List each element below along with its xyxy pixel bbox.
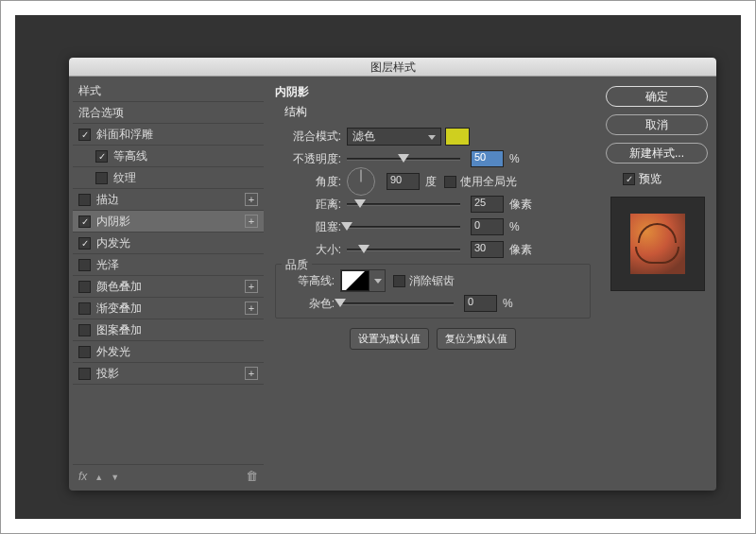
preview-box xyxy=(610,197,705,291)
effect-checkbox[interactable] xyxy=(78,368,91,380)
distance-slider[interactable] xyxy=(347,203,460,206)
choke-row: 阻塞: 0 % xyxy=(284,216,591,237)
add-effect-icon[interactable]: + xyxy=(245,301,258,315)
page-frame: 图层样式 样式 混合选项 斜面和浮雕等高线纹理描边+内阴影+内发光光泽颜色叠加+… xyxy=(0,0,756,534)
dialog-title: 图层样式 xyxy=(69,58,716,77)
effect-label: 外发光 xyxy=(96,344,258,360)
effect-label: 渐变叠加 xyxy=(96,301,241,317)
effect-item-0[interactable]: 斜面和浮雕 xyxy=(73,124,264,146)
opacity-input[interactable]: 50 xyxy=(471,150,504,167)
quality-group: 品质 等高线: 消除锯齿 杂色: 0 % xyxy=(275,264,591,319)
sidebar-header-styles[interactable]: 样式 xyxy=(73,80,264,102)
size-input[interactable]: 30 xyxy=(471,241,504,258)
distance-label: 距离: xyxy=(284,197,341,213)
chevron-down-icon xyxy=(371,270,385,291)
move-up-icon[interactable] xyxy=(94,470,103,483)
effect-label: 斜面和浮雕 xyxy=(96,127,258,143)
defaults-row: 设置为默认值 复位为默认值 xyxy=(275,328,591,350)
distance-row: 距离: 25 像素 xyxy=(284,194,591,215)
noise-slider[interactable] xyxy=(340,302,454,305)
move-down-icon[interactable] xyxy=(111,470,119,483)
effect-label: 描边 xyxy=(96,192,241,208)
effect-item-2[interactable]: 纹理 xyxy=(73,167,264,189)
shadow-color-swatch[interactable] xyxy=(445,128,470,146)
reset-default-button[interactable]: 复位为默认值 xyxy=(437,328,516,350)
quality-title: 品质 xyxy=(282,257,312,273)
effect-label: 图案叠加 xyxy=(96,322,258,338)
styles-list: 样式 混合选项 斜面和浮雕等高线纹理描边+内阴影+内发光光泽颜色叠加+渐变叠加+… xyxy=(73,80,264,464)
add-effect-icon[interactable]: + xyxy=(245,280,258,293)
structure-title: 结构 xyxy=(284,102,591,126)
cancel-button[interactable]: 取消 xyxy=(606,114,708,135)
choke-slider[interactable] xyxy=(347,226,460,229)
effect-checkbox[interactable] xyxy=(78,346,91,358)
set-default-button[interactable]: 设置为默认值 xyxy=(350,328,429,350)
add-effect-icon[interactable]: + xyxy=(245,367,258,380)
preview-checkbox[interactable] xyxy=(623,173,635,185)
noise-input[interactable]: 0 xyxy=(464,295,497,312)
preview-thumbnail xyxy=(630,214,685,274)
effect-item-9[interactable]: 图案叠加 xyxy=(73,319,264,341)
angle-label: 角度: xyxy=(284,174,341,190)
styles-sidebar: 样式 混合选项 斜面和浮雕等高线纹理描边+内阴影+内发光光泽颜色叠加+渐变叠加+… xyxy=(69,77,267,491)
effect-checkbox[interactable] xyxy=(78,194,91,206)
effect-item-6[interactable]: 光泽 xyxy=(73,254,264,276)
effect-label: 颜色叠加 xyxy=(96,279,241,295)
angle-dial[interactable] xyxy=(347,167,375,196)
trash-icon[interactable] xyxy=(246,469,258,483)
effect-checkbox[interactable] xyxy=(95,150,108,163)
size-row: 大小: 30 像素 xyxy=(284,239,591,260)
effect-item-8[interactable]: 渐变叠加+ xyxy=(73,298,264,319)
angle-input[interactable]: 90 xyxy=(387,173,420,190)
contour-picker[interactable] xyxy=(340,269,386,292)
blend-mode-label: 混合模式: xyxy=(284,129,341,145)
effect-label: 等高线 xyxy=(113,148,258,164)
contour-row: 等高线: 消除锯齿 xyxy=(278,270,588,291)
effect-label: 纹理 xyxy=(113,170,258,186)
choke-input[interactable]: 0 xyxy=(471,218,504,235)
effect-checkbox[interactable] xyxy=(78,215,91,228)
contour-label: 等高线: xyxy=(278,273,335,289)
effect-item-7[interactable]: 颜色叠加+ xyxy=(73,276,264,298)
effect-item-10[interactable]: 外发光 xyxy=(73,341,264,363)
opacity-label: 不透明度: xyxy=(284,151,341,167)
effect-item-1[interactable]: 等高线 xyxy=(73,146,264,167)
effect-checkbox[interactable] xyxy=(78,281,91,293)
size-slider[interactable] xyxy=(347,249,460,251)
add-effect-icon[interactable]: + xyxy=(245,193,258,206)
fx-menu-button[interactable]: fx xyxy=(78,470,87,483)
app-background: 图层样式 样式 混合选项 斜面和浮雕等高线纹理描边+内阴影+内发光光泽颜色叠加+… xyxy=(15,15,741,519)
panel-title: 内阴影 xyxy=(275,82,591,102)
effect-checkbox[interactable] xyxy=(78,237,91,250)
effect-item-5[interactable]: 内发光 xyxy=(73,233,264,254)
distance-input[interactable]: 25 xyxy=(471,196,504,213)
preview-label: 预览 xyxy=(639,171,662,187)
effect-item-3[interactable]: 描边+ xyxy=(73,189,264,211)
effect-checkbox[interactable] xyxy=(95,172,108,184)
sidebar-header-blending[interactable]: 混合选项 xyxy=(73,102,264,124)
effect-item-4[interactable]: 内阴影+ xyxy=(73,211,264,233)
blend-mode-row: 混合模式: 滤色 xyxy=(284,126,591,146)
noise-row: 杂色: 0 % xyxy=(278,293,588,314)
opacity-slider[interactable] xyxy=(347,158,460,161)
effect-checkbox[interactable] xyxy=(78,259,91,271)
new-style-button[interactable]: 新建样式... xyxy=(606,143,708,164)
effect-checkbox[interactable] xyxy=(78,129,91,141)
effect-checkbox[interactable] xyxy=(78,302,91,315)
effect-settings-panel: 内阴影 结构 混合模式: 滤色 不透明度: 50 % 角度: 90 xyxy=(267,77,598,491)
sidebar-footer: fx xyxy=(73,464,264,487)
add-effect-icon[interactable]: + xyxy=(245,215,258,228)
effect-label: 光泽 xyxy=(96,257,258,273)
contour-swatch-icon xyxy=(341,270,369,291)
global-light-label: 使用全局光 xyxy=(460,174,517,190)
blend-mode-select[interactable]: 滤色 xyxy=(347,128,441,146)
dialog-content: 样式 混合选项 斜面和浮雕等高线纹理描边+内阴影+内发光光泽颜色叠加+渐变叠加+… xyxy=(69,77,716,491)
layer-style-dialog: 图层样式 样式 混合选项 斜面和浮雕等高线纹理描边+内阴影+内发光光泽颜色叠加+… xyxy=(69,58,716,491)
angle-row: 角度: 90 度 使用全局光 xyxy=(284,171,591,192)
antialias-checkbox[interactable] xyxy=(393,275,405,287)
effect-checkbox[interactable] xyxy=(78,324,91,336)
global-light-checkbox[interactable] xyxy=(444,176,456,188)
effect-label: 投影 xyxy=(96,366,241,382)
effect-item-11[interactable]: 投影+ xyxy=(73,363,264,385)
ok-button[interactable]: 确定 xyxy=(606,86,708,107)
